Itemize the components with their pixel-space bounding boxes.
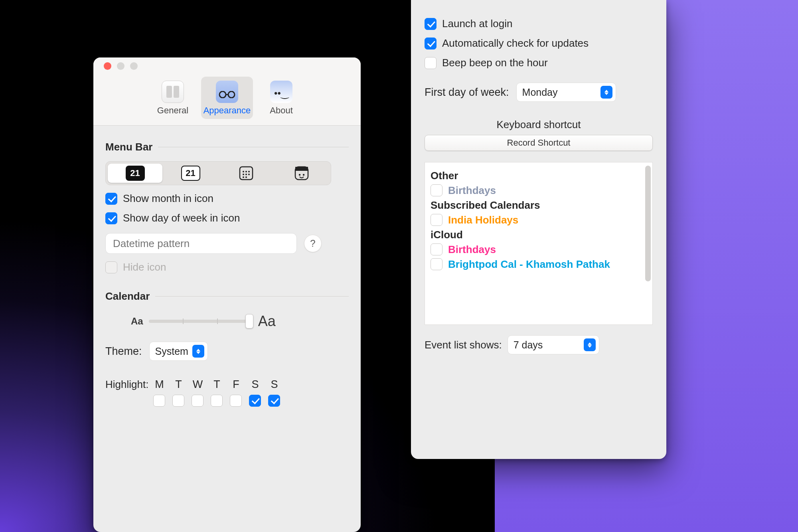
face-icon xyxy=(294,166,309,180)
highlight-day-checkbox[interactable] xyxy=(211,395,223,407)
first-dow-row: First day of week: Monday xyxy=(425,83,653,102)
text-size-max-label: Aa xyxy=(258,313,276,330)
divider xyxy=(158,147,349,147)
first-dow-label: First day of week: xyxy=(425,86,509,99)
event-list-row: Event list shows: 7 days xyxy=(425,335,653,354)
calendar-group-header: Subscribed Calendars xyxy=(431,199,647,212)
text-size-min-label: Aa xyxy=(131,316,143,327)
highlight-day-checkbox[interactable] xyxy=(249,395,261,407)
minimize-button[interactable] xyxy=(117,62,124,70)
icon-style-face[interactable] xyxy=(274,164,329,183)
text-size-row: Aa Aa xyxy=(131,313,349,330)
calendar-heading: Calendar xyxy=(105,290,150,303)
menubar-section-header: Menu Bar xyxy=(105,141,349,153)
highlight-day: F xyxy=(230,378,242,407)
auto-update-checkbox[interactable] xyxy=(425,38,437,49)
record-shortcut-button[interactable]: Record Shortcut xyxy=(425,135,653,151)
highlight-day-checkbox[interactable] xyxy=(172,395,184,407)
tab-appearance-label: Appearance xyxy=(203,105,251,116)
calendars-list[interactable]: OtherBirthdaysSubscribed CalendarsIndia … xyxy=(425,162,653,325)
calendar-name: Brightpod Cal - Khamosh Pathak xyxy=(448,258,610,271)
highlight-day: T xyxy=(172,378,184,407)
tab-appearance[interactable]: Appearance xyxy=(201,77,253,119)
highlight-day: S xyxy=(268,378,280,407)
event-list-popup[interactable]: 7 days xyxy=(508,335,599,354)
day-letter: F xyxy=(233,378,239,391)
icon-style-date-outline[interactable]: 21 xyxy=(163,164,218,183)
highlight-day-checkbox[interactable] xyxy=(268,395,280,407)
svg-point-6 xyxy=(243,174,244,175)
first-dow-value: Monday xyxy=(522,87,558,98)
tab-general[interactable]: General xyxy=(147,77,199,119)
highlight-day: W xyxy=(192,378,203,407)
highlight-days: MTWTFSS xyxy=(153,378,280,407)
first-dow-popup[interactable]: Monday xyxy=(516,83,616,102)
svg-point-14 xyxy=(302,174,304,176)
show-dow-checkbox[interactable] xyxy=(105,212,117,224)
menubar-icon-style[interactable]: 21 21 xyxy=(105,161,331,185)
calendar-row: Birthdays xyxy=(431,184,647,197)
auto-update-label: Automatically check for updates xyxy=(442,37,589,49)
tab-about-label: About xyxy=(270,105,293,116)
calendar-group-header: iCloud xyxy=(431,229,647,241)
icon-style-date-filled[interactable]: 21 xyxy=(108,164,162,183)
calendar-section-header: Calendar xyxy=(105,290,349,303)
svg-point-9 xyxy=(243,176,244,178)
calendar-name: India Holidays xyxy=(448,214,518,226)
calendar-checkbox[interactable] xyxy=(431,258,442,270)
beep-label: Beep beep on the hour xyxy=(442,57,548,69)
theme-value: System xyxy=(155,346,188,357)
calendar-checkbox[interactable] xyxy=(431,214,442,226)
icon-style-grid[interactable] xyxy=(219,164,273,183)
tab-general-label: General xyxy=(157,105,188,116)
calendar-name: Birthdays xyxy=(448,243,496,256)
highlight-day-checkbox[interactable] xyxy=(192,395,203,407)
general-window: Launch at login Automatically check for … xyxy=(411,0,666,459)
hide-icon-checkbox[interactable] xyxy=(105,261,117,273)
appearance-window: General Appearance ••‿ About Menu Bar 21… xyxy=(93,57,361,532)
datetime-pattern-row: ? xyxy=(105,233,349,254)
svg-point-8 xyxy=(248,174,250,175)
pattern-help-button[interactable]: ? xyxy=(304,235,322,252)
event-list-label: Event list shows: xyxy=(425,339,502,351)
show-month-checkbox[interactable] xyxy=(105,193,117,205)
shortcut-heading: Keyboard shortcut xyxy=(425,119,653,131)
highlight-day: M xyxy=(153,378,165,407)
launch-at-login-label: Launch at login xyxy=(442,18,512,30)
highlight-day-checkbox[interactable] xyxy=(153,395,165,407)
svg-point-4 xyxy=(245,171,247,172)
menubar-heading: Menu Bar xyxy=(105,141,152,153)
day-letter: S xyxy=(251,378,259,391)
svg-rect-12 xyxy=(295,167,308,171)
launch-at-login-checkbox[interactable] xyxy=(425,18,437,30)
text-size-slider[interactable] xyxy=(149,320,253,323)
launch-row: Launch at login xyxy=(425,18,653,30)
zoom-button[interactable] xyxy=(130,62,138,70)
hide-icon-row: Hide icon xyxy=(105,261,349,273)
tab-about[interactable]: ••‿ About xyxy=(255,77,307,119)
theme-popup[interactable]: System xyxy=(149,342,208,361)
highlight-row: Highlight: MTWTFSS xyxy=(105,378,349,407)
highlight-label: Highlight: xyxy=(105,378,148,391)
beep-checkbox[interactable] xyxy=(425,57,437,69)
show-dow-row: Show day of week in icon xyxy=(105,212,349,224)
scrollbar[interactable] xyxy=(645,166,651,281)
highlight-day-checkbox[interactable] xyxy=(230,395,242,407)
datetime-pattern-input[interactable] xyxy=(105,233,297,254)
titlebar xyxy=(93,57,361,74)
svg-point-3 xyxy=(243,171,244,172)
calendar-checkbox[interactable] xyxy=(431,243,442,255)
preferences-tabs: General Appearance ••‿ About xyxy=(93,74,361,126)
appearance-icon xyxy=(216,81,238,103)
svg-point-5 xyxy=(248,171,250,172)
close-button[interactable] xyxy=(104,62,111,70)
grid-icon xyxy=(239,166,253,180)
calendar-row: Birthdays xyxy=(431,243,647,256)
hide-icon-label: Hide icon xyxy=(123,261,166,273)
calendar-checkbox[interactable] xyxy=(431,184,442,196)
divider xyxy=(155,296,349,297)
highlight-day: T xyxy=(211,378,223,407)
day-letter: M xyxy=(155,378,164,391)
chevron-updown-icon xyxy=(584,338,596,351)
svg-point-10 xyxy=(245,176,247,178)
